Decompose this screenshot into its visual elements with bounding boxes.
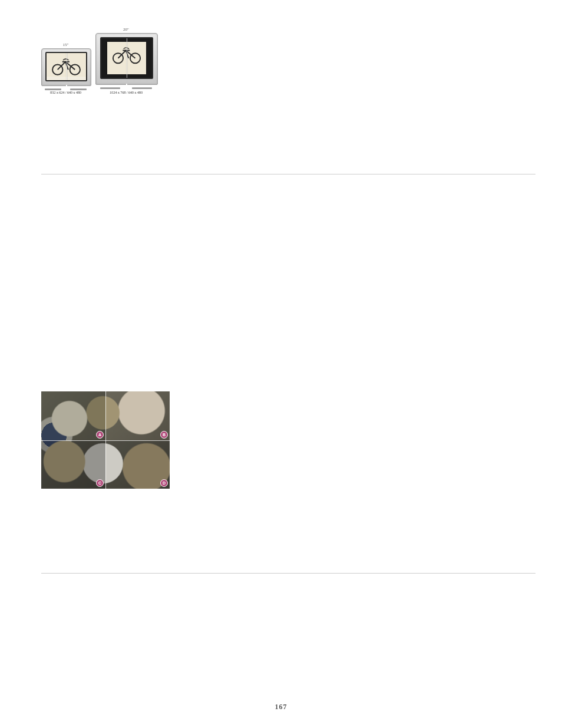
monitor-size-label: 15" [41, 43, 90, 47]
monitor-resolution-label: 1024 x 768 / 640 x 480 [95, 90, 157, 94]
quadrant-badge-d: D [160, 479, 168, 487]
figure-monitors: 15" [41, 21, 159, 94]
page-number: 167 [0, 703, 562, 711]
quadrant-divider-vertical [105, 391, 106, 489]
monitor-resolution-label: 832 x 624 / 640 x 480 [41, 90, 90, 94]
monitor-size-label: 20" [95, 28, 157, 32]
divider [41, 174, 535, 174]
figure-coins-quadrants: A B C D [41, 391, 170, 489]
monitor-20in: 20" [95, 28, 157, 94]
quadrant-badge-b: B [160, 431, 168, 439]
quadrant-badge-c: C [96, 479, 104, 487]
divider [41, 573, 535, 574]
monitor-15in: 15" [41, 43, 90, 94]
quadrant-badge-a: A [96, 431, 104, 439]
